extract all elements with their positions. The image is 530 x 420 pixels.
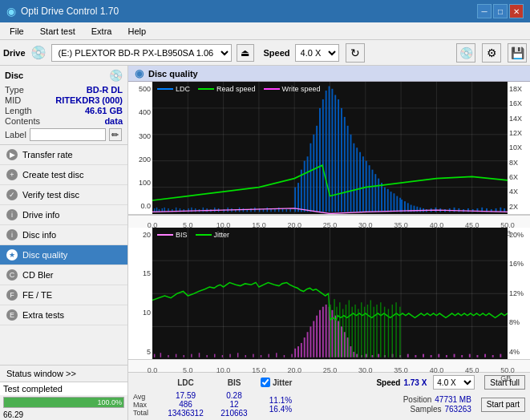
disc-label-input[interactable]: [30, 128, 106, 141]
svg-rect-142: [291, 353, 292, 357]
legend-jitter-label: Jitter: [214, 231, 230, 239]
jitter-checkbox[interactable]: [261, 378, 270, 387]
speed-select[interactable]: 4.0 X: [295, 44, 339, 62]
nav-disc-info-label: Disc info: [22, 230, 56, 240]
svg-rect-143: [294, 348, 296, 357]
refresh-button[interactable]: ↻: [346, 43, 365, 63]
svg-rect-81: [387, 189, 389, 212]
speed-area: Speed 1.73 X: [376, 378, 427, 387]
jitter-avg: 11.1%: [269, 396, 292, 405]
jitter-check-area: Jitter: [261, 378, 292, 387]
svg-rect-124: [154, 353, 155, 357]
svg-rect-172: [415, 355, 416, 357]
disc-mid-key: MID: [5, 95, 21, 105]
svg-rect-152: [322, 306, 324, 357]
speed-select-stats[interactable]: 4.0 X: [433, 375, 475, 390]
svg-rect-160: [347, 337, 349, 357]
nav-transfer-rate-label: Transfer rate: [22, 150, 73, 160]
legend-jitter-dot: [196, 234, 212, 236]
svg-rect-188: [342, 309, 343, 357]
nav-drive-info[interactable]: i Drive info: [0, 205, 127, 225]
chart-top-svg: [152, 82, 508, 214]
status-window-button[interactable]: Status window >>: [0, 365, 127, 382]
svg-rect-197: [370, 300, 371, 357]
cd-bler-icon: C: [6, 269, 18, 281]
svg-rect-68: [347, 126, 349, 212]
svg-rect-135: [237, 353, 238, 357]
svg-rect-185: [334, 299, 334, 357]
svg-rect-180: [476, 355, 478, 357]
chart-bottom-y-left: 20 15 10 5: [128, 228, 152, 360]
legend-write-speed-label: Write speed: [282, 85, 321, 93]
svg-rect-77: [374, 174, 376, 212]
disc-button[interactable]: 💿: [456, 43, 475, 63]
bx-label-5: 5.0: [183, 366, 193, 374]
nav-disc-quality[interactable]: ★ Disc quality: [0, 245, 127, 265]
chart-header-icon: ◉: [135, 67, 144, 79]
chart-top-inner: LDC Read speed Write speed: [152, 82, 508, 214]
speed-val: 1.73 X: [403, 378, 427, 387]
disc-section-icon: 💿: [109, 69, 123, 82]
svg-rect-157: [338, 321, 339, 357]
app-title: Opti Drive Control 1.70: [21, 6, 119, 17]
samples-label: Samples: [411, 405, 442, 414]
nav-fe-te[interactable]: F FE / TE: [0, 285, 127, 305]
avg-label: Avg: [133, 393, 157, 401]
progress-bar-fill: 100.0%: [4, 398, 123, 407]
close-button[interactable]: ✕: [509, 4, 524, 18]
svg-rect-128: [184, 355, 184, 357]
legend-read-speed: Read speed: [198, 85, 256, 93]
right-panel: ◉ Disc quality 500 400 300 200 100 0.0: [128, 66, 530, 420]
bx-label-0: 0.0: [148, 366, 158, 374]
minimize-button[interactable]: ─: [477, 4, 492, 18]
svg-rect-198: [373, 306, 374, 357]
legend-write-speed-dot: [264, 88, 280, 90]
legend-ldc-dot: [157, 88, 173, 90]
menu-start-test[interactable]: Start test: [34, 25, 82, 38]
svg-rect-177: [454, 353, 455, 357]
nav-transfer-rate[interactable]: ▶ Transfer rate: [0, 145, 127, 165]
bx-label-25: 25.0: [323, 366, 338, 374]
drive-select[interactable]: (E:) PLEXTOR BD-R PX-LB950SA 1.06: [51, 44, 232, 62]
svg-rect-166: [372, 355, 374, 357]
eject-button[interactable]: ⏏: [237, 44, 254, 62]
chart-header: ◉ Disc quality: [128, 66, 530, 82]
settings-button[interactable]: ⚙: [482, 43, 501, 63]
save-button[interactable]: 💾: [508, 43, 527, 63]
start-part-button[interactable]: Start part: [481, 398, 525, 412]
max-label: Max: [133, 401, 157, 409]
svg-rect-173: [423, 353, 424, 357]
bx-label-50: 50.0 GB: [500, 366, 515, 382]
menu-help[interactable]: Help: [121, 25, 152, 38]
status-message: Test completed: [3, 384, 63, 394]
maximize-button[interactable]: □: [493, 4, 508, 18]
nav-extra-tests[interactable]: E Extra tests: [0, 305, 127, 325]
svg-rect-56: [310, 143, 311, 212]
nav-cd-bler[interactable]: C CD Bler: [0, 265, 127, 285]
disc-type-val: BD-R DL: [87, 85, 123, 95]
nav-create-test-disc[interactable]: + Create test disc: [0, 165, 127, 185]
ldc-total: 13436312: [168, 409, 204, 418]
svg-rect-196: [367, 304, 368, 357]
menu-extra[interactable]: Extra: [85, 25, 119, 38]
nav-disc-info[interactable]: i Disc info: [0, 225, 127, 245]
left-panel: Disc 💿 Type BD-R DL MID RITEKDR3 (000) L…: [0, 66, 128, 420]
stats-area: LDC BIS Jitter Speed 1.73 X 4.0 X: [128, 372, 530, 420]
status-window-label: Status window >>: [6, 369, 76, 378]
disc-label-edit-button[interactable]: ✏: [109, 128, 122, 141]
svg-rect-130: [199, 353, 200, 357]
svg-rect-76: [372, 170, 374, 212]
disc-mid-val: RITEKDR3 (000): [55, 95, 123, 105]
bx-label-30: 30.0: [358, 366, 373, 374]
nav-list: ▶ Transfer rate + Create test disc ✓ Ver…: [0, 145, 127, 325]
svg-rect-47: [278, 208, 279, 212]
svg-rect-193: [358, 309, 358, 357]
legend-read-speed-dot: [198, 88, 214, 90]
svg-rect-70: [353, 143, 354, 212]
nav-verify-test-disc[interactable]: ✓ Verify test disc: [0, 185, 127, 205]
svg-rect-182: [492, 355, 494, 357]
disc-mid-row: MID RITEKDR3 (000): [5, 95, 123, 105]
nav-create-test-disc-label: Create test disc: [22, 170, 83, 180]
menu-file[interactable]: File: [3, 25, 30, 38]
chart-bottom-x-axis: 0.0 5.0 10.0 15.0 20.0 25.0 30.0 35.0 40…: [128, 359, 530, 372]
